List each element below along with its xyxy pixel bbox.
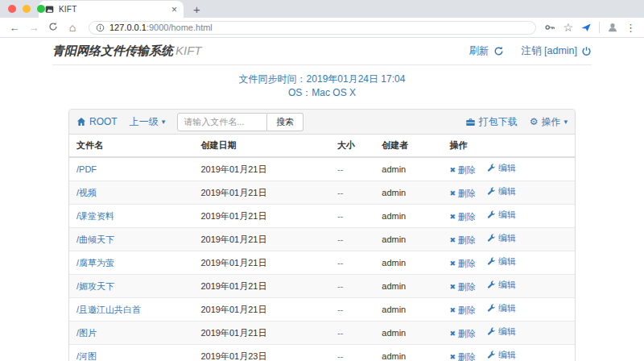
wrench-icon	[487, 280, 496, 289]
table-row: /腐草为萤 2019年01月21日 -- admin ✖删除 编辑	[69, 251, 575, 275]
os-line: OS：Mac OS X	[0, 86, 644, 100]
delete-x-icon: ✖	[449, 330, 456, 338]
delete-button[interactable]: ✖删除	[449, 351, 476, 361]
row-size: --	[330, 228, 374, 251]
file-link[interactable]: /视频	[76, 188, 97, 197]
browser-tab[interactable]: KIFT ×	[39, 1, 184, 18]
edit-button[interactable]: 编辑	[487, 209, 516, 221]
forward-icon[interactable]: →	[26, 23, 42, 33]
logout-button[interactable]: 注销 [admin]	[522, 44, 592, 58]
table-row: /PDF 2019年01月21日 -- admin ✖删除 编辑	[69, 157, 575, 181]
col-header-filename: 文件名	[69, 135, 193, 157]
delete-button[interactable]: ✖删除	[449, 211, 476, 223]
minimize-window-button[interactable]	[23, 5, 31, 13]
delete-x-icon: ✖	[449, 214, 456, 221]
row-date: 2019年01月21日	[193, 181, 330, 205]
delete-button[interactable]: ✖删除	[449, 188, 476, 200]
file-link[interactable]: /图片	[76, 328, 97, 338]
file-link[interactable]: /PDF	[76, 164, 97, 174]
page-content: 青阳网络文件传输系统KIFT 刷新 注销 [admin] 文件同步时间：2019…	[0, 44, 644, 361]
wrench-icon	[487, 234, 496, 243]
delete-button[interactable]: ✖删除	[449, 234, 476, 247]
file-link[interactable]: /曲倾天下	[76, 234, 114, 244]
col-header-creator: 创建者	[374, 135, 442, 157]
row-creator: admin	[374, 345, 442, 361]
sync-info: 文件同步时间：2019年01月24日 17:04 OS：Mac OS X	[0, 73, 644, 100]
table-row: /曲倾天下 2019年01月21日 -- admin ✖删除 编辑	[69, 228, 575, 251]
gear-icon: ⚙	[530, 117, 539, 127]
actions-menu-button[interactable]: ⚙ 操作 ▾	[530, 115, 568, 129]
file-link[interactable]: /媚攻天下	[76, 281, 114, 291]
table-header-row: 文件名 创建日期 大小 创建者 操作	[69, 135, 575, 157]
table-row: /且邀江山共白首 2019年01月21日 -- admin ✖删除 编辑	[69, 298, 575, 322]
edit-button[interactable]: 编辑	[487, 302, 516, 314]
home-icon[interactable]: ⌂	[64, 22, 80, 33]
browser-menu-icon[interactable]: ⋮	[625, 23, 636, 33]
edit-button[interactable]: 编辑	[487, 349, 516, 361]
row-creator: admin	[374, 322, 442, 345]
root-button[interactable]: ROOT	[76, 116, 118, 127]
address-bar[interactable]: 127.0.0.1:9000/home.html	[89, 21, 536, 35]
package-download-icon	[465, 117, 476, 127]
zoom-window-button[interactable]	[37, 5, 45, 13]
extension-icon[interactable]	[580, 22, 592, 33]
table-row: /河图 2019年01月23日 -- admin ✖删除 编辑	[69, 345, 575, 361]
back-icon[interactable]: ←	[6, 23, 23, 33]
toolbar-divider	[599, 22, 600, 33]
row-size: --	[330, 322, 374, 345]
file-link[interactable]: /河图	[76, 351, 97, 361]
delete-x-icon: ✖	[449, 307, 456, 314]
row-creator: admin	[374, 298, 442, 322]
edit-button[interactable]: 编辑	[487, 162, 516, 174]
row-date: 2019年01月21日	[193, 322, 330, 345]
edit-button[interactable]: 编辑	[487, 255, 516, 268]
wrench-icon	[487, 164, 496, 172]
delete-button[interactable]: ✖删除	[449, 328, 476, 340]
toolbar-right: ☆ ⋮	[544, 22, 638, 33]
table-row: /课堂资料 2019年01月21日 -- admin ✖删除 编辑	[69, 205, 575, 228]
edit-button[interactable]: 编辑	[487, 326, 516, 338]
delete-button[interactable]: ✖删除	[449, 305, 476, 317]
page-info-icon[interactable]	[96, 23, 105, 32]
favicon	[45, 5, 54, 14]
edit-button[interactable]: 编辑	[487, 185, 516, 197]
edit-button[interactable]: 编辑	[487, 279, 516, 291]
file-toolbar: ROOT 上一级 ▾ 搜索 打包下载 ⚙ 操作 ▾	[69, 110, 575, 135]
bookmark-star-icon[interactable]: ☆	[563, 22, 573, 33]
search-input[interactable]	[177, 113, 267, 131]
refresh-button[interactable]: 刷新	[469, 44, 504, 58]
wrench-icon	[487, 210, 496, 219]
sync-time-line: 文件同步时间：2019年01月24日 17:04	[0, 73, 644, 86]
table-row: /图片 2019年01月21日 -- admin ✖删除 编辑	[69, 322, 575, 345]
password-key-icon[interactable]	[544, 22, 555, 33]
file-link[interactable]: /腐草为萤	[76, 258, 114, 268]
up-level-button[interactable]: 上一级 ▾	[130, 115, 166, 129]
row-size: --	[330, 181, 374, 205]
new-tab-button[interactable]: +	[193, 3, 200, 15]
col-header-ops: 操作	[442, 135, 575, 157]
header-actions: 刷新 注销 [admin]	[469, 44, 592, 58]
close-window-button[interactable]	[8, 5, 16, 13]
file-link[interactable]: /且邀江山共白首	[76, 305, 141, 314]
url-text: 127.0.0.1:9000/home.html	[109, 23, 213, 32]
file-link[interactable]: /课堂资料	[76, 211, 114, 221]
tab-title: KIFT	[59, 5, 171, 14]
edit-button[interactable]: 编辑	[487, 232, 516, 244]
tab-close-icon[interactable]: ×	[171, 5, 177, 15]
package-download-button[interactable]: 打包下载	[465, 115, 518, 129]
row-date: 2019年01月21日	[193, 228, 330, 251]
delete-button[interactable]: ✖删除	[449, 258, 476, 270]
row-size: --	[330, 205, 374, 228]
delete-button[interactable]: ✖删除	[449, 164, 476, 176]
wrench-icon	[487, 327, 496, 336]
url-path: :9000/home.html	[147, 23, 213, 32]
delete-button[interactable]: ✖删除	[449, 281, 476, 293]
search-button[interactable]: 搜索	[267, 113, 303, 131]
reload-icon[interactable]	[45, 22, 61, 33]
home-folder-icon	[76, 117, 86, 127]
wrench-icon	[487, 257, 496, 266]
delete-x-icon: ✖	[449, 237, 456, 244]
traffic-lights	[8, 5, 45, 13]
profile-avatar-icon[interactable]	[607, 22, 618, 33]
row-creator: admin	[374, 228, 442, 251]
